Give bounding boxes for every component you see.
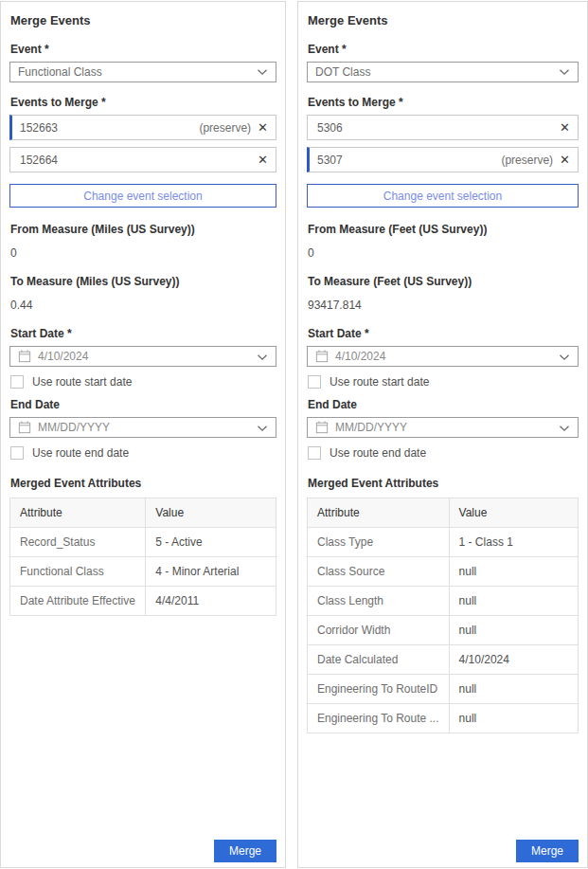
use-route-start-date-checkbox[interactable] [10, 375, 24, 389]
chevron-down-icon [257, 68, 268, 76]
use-route-end-date-label: Use route end date [32, 446, 129, 460]
change-event-selection-button[interactable]: Change event selection [9, 184, 276, 208]
value-cell: 4/4/2011 [146, 587, 276, 616]
merge-events-panel-left: Merge Events Event * Functional Class Ev… [0, 1, 286, 868]
chevron-down-icon [559, 348, 570, 365]
table-row: Engineering To RouteIDnull [308, 675, 579, 704]
event-field: Event * Functional Class [9, 43, 276, 82]
value-cell: 4 - Minor Arterial [146, 557, 276, 587]
attribute-cell: Record_Status [10, 528, 146, 557]
chevron-down-icon [559, 419, 570, 436]
events-to-merge-label: Events to Merge * [308, 96, 579, 109]
start-date-value: 4/10/2024 [38, 350, 250, 363]
preserve-badge: (preserve) [199, 121, 251, 135]
start-date-picker[interactable]: 4/10/2024 [307, 346, 579, 367]
attribute-cell: Class Length [308, 587, 450, 616]
attribute-cell: Engineering To RouteID [308, 675, 450, 704]
to-measure-label: To Measure (Miles (US Survey)) [10, 275, 276, 288]
event-select[interactable]: Functional Class [9, 62, 276, 82]
events-to-merge-label: Events to Merge * [10, 96, 276, 109]
use-route-start-date-row: Use route start date [10, 375, 276, 389]
start-date-picker[interactable]: 4/10/2024 [9, 346, 276, 367]
event-id-input[interactable]: 152664 ✕ [9, 147, 276, 172]
use-route-end-date-label: Use route end date [330, 446, 426, 460]
value-cell: null [449, 675, 578, 704]
page-title: Merge Events [308, 13, 579, 27]
close-icon[interactable]: ✕ [258, 154, 268, 166]
event-select-value: Functional Class [18, 65, 257, 79]
event-select[interactable]: DOT Class [307, 62, 579, 82]
end-date-picker[interactable]: MM/DD/YYYY [307, 417, 579, 438]
to-measure-value: 0.44 [10, 299, 276, 312]
table-row: Class Lengthnull [308, 587, 579, 616]
attribute-cell: Class Source [308, 557, 450, 587]
use-route-end-date-checkbox[interactable] [10, 446, 24, 460]
events-to-merge-field: Events to Merge * 5306 ✕ 5307 (preserve)… [307, 96, 579, 208]
event-id-value: 5306 [317, 121, 553, 135]
table-row: Functional Class4 - Minor Arterial [10, 557, 276, 587]
attribute-cell: Corridor Width [308, 616, 450, 645]
value-column-header: Value [146, 498, 276, 528]
value-cell: 4/10/2024 [449, 645, 578, 675]
event-id-input[interactable]: 5307 (preserve) ✕ [307, 147, 579, 172]
merge-button[interactable]: Merge [516, 840, 579, 862]
use-route-end-date-row: Use route end date [10, 446, 276, 460]
change-event-selection-button[interactable]: Change event selection [307, 184, 579, 208]
event-label: Event * [308, 43, 579, 56]
calendar-icon [18, 421, 31, 434]
chevron-down-icon [559, 68, 570, 76]
value-cell: null [449, 557, 578, 587]
merge-button[interactable]: Merge [214, 840, 276, 862]
attribute-cell: Date Attribute Effective [10, 587, 146, 616]
value-cell: 1 - Class 1 [449, 528, 578, 557]
start-date-label: Start Date * [10, 327, 276, 340]
close-icon[interactable]: ✕ [560, 154, 570, 166]
event-id-input[interactable]: 5306 ✕ [307, 115, 579, 140]
to-measure-label: To Measure (Feet (US Survey)) [308, 275, 579, 288]
event-id-value: 152663 [20, 121, 199, 135]
table-header-row: Attribute Value [10, 498, 276, 528]
end-date-label: End Date [308, 398, 579, 411]
preserve-badge: (preserve) [501, 154, 553, 167]
use-route-end-date-checkbox[interactable] [308, 446, 321, 460]
end-date-placeholder: MM/DD/YYYY [38, 421, 250, 434]
event-id-input[interactable]: 152663 (preserve) ✕ [9, 115, 276, 140]
attribute-cell: Date Calculated [308, 645, 450, 675]
page-title: Merge Events [10, 13, 276, 27]
end-date-placeholder: MM/DD/YYYY [335, 421, 552, 434]
calendar-icon [18, 350, 31, 363]
table-row: Record_Status5 - Active [10, 528, 276, 557]
value-cell: 5 - Active [146, 528, 276, 557]
use-route-end-date-row: Use route end date [308, 446, 579, 460]
event-label: Event * [10, 43, 276, 56]
table-row: Class Type1 - Class 1 [308, 528, 579, 557]
attribute-cell: Class Type [308, 528, 450, 557]
table-row: Date Attribute Effective4/4/2011 [10, 587, 276, 616]
use-route-start-date-label: Use route start date [32, 375, 132, 389]
start-date-label: Start Date * [308, 327, 579, 340]
from-measure-label: From Measure (Miles (US Survey)) [10, 223, 276, 236]
end-date-label: End Date [10, 398, 276, 411]
calendar-icon [315, 421, 329, 434]
table-row: Engineering To Route ...null [308, 704, 579, 733]
value-cell: null [449, 616, 578, 645]
close-icon[interactable]: ✕ [560, 121, 570, 134]
value-cell: null [449, 587, 578, 616]
close-icon[interactable]: ✕ [258, 121, 268, 134]
end-date-picker[interactable]: MM/DD/YYYY [9, 417, 276, 438]
event-id-value: 152664 [20, 154, 251, 167]
attribute-cell: Functional Class [10, 557, 146, 587]
merged-event-attributes-table: Attribute Value Class Type1 - Class 1Cla… [307, 498, 579, 733]
table-row: Class Sourcenull [308, 557, 579, 587]
from-measure-label: From Measure (Feet (US Survey)) [308, 223, 579, 236]
chevron-down-icon [257, 348, 268, 365]
attribute-column-header: Attribute [10, 498, 146, 528]
calendar-icon [315, 350, 329, 363]
use-route-start-date-label: Use route start date [330, 375, 429, 389]
from-measure-value: 0 [10, 246, 276, 260]
use-route-start-date-row: Use route start date [308, 375, 579, 389]
events-to-merge-field: Events to Merge * 152663 (preserve) ✕ 15… [9, 96, 276, 208]
table-row: Corridor Widthnull [308, 616, 579, 645]
chevron-down-icon [257, 419, 268, 436]
use-route-start-date-checkbox[interactable] [308, 375, 321, 389]
